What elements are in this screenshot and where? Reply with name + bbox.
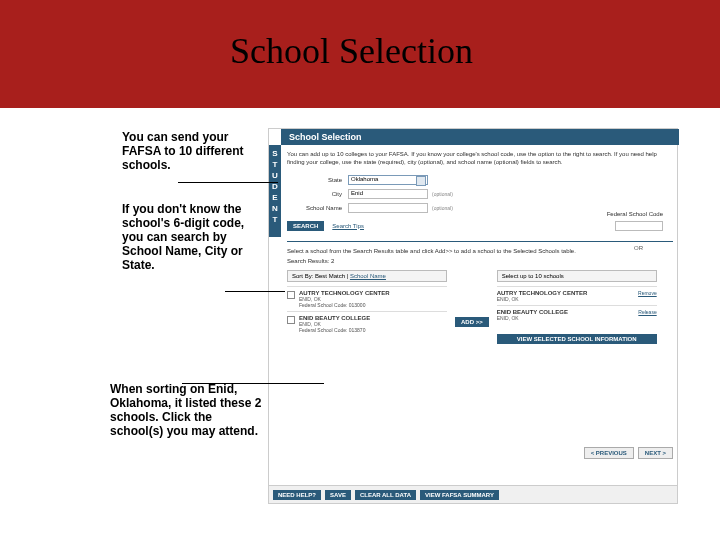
release-link-2[interactable]: Release	[638, 309, 656, 315]
search-result-2[interactable]: ENID BEAUTY COLLEGE ENID, OK Federal Sch…	[287, 311, 447, 336]
city-row: City Enid (optional)	[287, 189, 673, 199]
save-button[interactable]: SAVE	[325, 490, 351, 500]
search-tips-link[interactable]: Search Tips	[332, 223, 364, 229]
selected-school-1: AUTRY TECHNOLOGY CENTER ENID, OK Remove	[497, 286, 657, 305]
or-text: OR	[634, 245, 643, 251]
search-results-col: Sort By: Best Match | School Name AUTRY …	[287, 270, 447, 344]
fafsa-screenshot: STUDENT School Selection You can add up …	[268, 128, 678, 504]
fed-code-input[interactable]	[615, 221, 663, 231]
previous-button[interactable]: < PREVIOUS	[584, 447, 634, 459]
next-button[interactable]: NEXT >	[638, 447, 673, 459]
sort-schoolname-link[interactable]: School Name	[350, 273, 386, 279]
annotation-1: You can send your FAFSA to 10 different …	[122, 130, 262, 172]
middle-col: ADD >>	[455, 270, 489, 344]
annotations-block: You can send your FAFSA to 10 different …	[122, 130, 262, 347]
schoolname-optional: (optional)	[432, 205, 453, 211]
divider	[287, 241, 673, 242]
title-banner: School Selection	[0, 0, 720, 108]
state-select[interactable]: Oklahoma	[348, 175, 428, 185]
sub-intro: Select a school from the Search Results …	[287, 248, 673, 254]
callout-line-3	[182, 383, 324, 384]
city-label: City	[287, 191, 342, 197]
callout-line-2	[225, 291, 285, 292]
search-button[interactable]: SEARCH	[287, 221, 324, 231]
annotation-3: When sorting on Enid, Oklahoma, it liste…	[110, 382, 265, 438]
fed-code-label: Federal School Code	[607, 211, 663, 217]
screenshot-body: You can add up to 10 colleges to your FA…	[281, 145, 679, 485]
results-columns: Sort By: Best Match | School Name AUTRY …	[287, 270, 673, 344]
intro-text: You can add up to 10 colleges to your FA…	[287, 151, 673, 167]
student-side-tab[interactable]: STUDENT	[269, 145, 281, 237]
city-optional: (optional)	[432, 191, 453, 197]
checkbox-icon[interactable]	[287, 316, 295, 324]
bottom-toolbar: NEED HELP? SAVE CLEAR ALL DATA VIEW FAFS…	[269, 485, 677, 503]
city-input[interactable]: Enid	[348, 189, 428, 199]
clear-button[interactable]: CLEAR ALL DATA	[355, 490, 416, 500]
schoolname-label: School Name	[287, 205, 342, 211]
checkbox-icon[interactable]	[287, 291, 295, 299]
slide-title: School Selection	[230, 30, 473, 72]
screenshot-header: School Selection	[281, 129, 679, 145]
callout-line-1	[178, 182, 278, 183]
selected-schools-col: Select up to 10 schools AUTRY TECHNOLOGY…	[497, 270, 657, 344]
add-button[interactable]: ADD >>	[455, 317, 489, 327]
schoolname-input[interactable]	[348, 203, 428, 213]
view-summary-button[interactable]: VIEW FAFSA SUMMARY	[420, 490, 499, 500]
state-row: State Oklahoma	[287, 175, 673, 185]
state-label: State	[287, 177, 342, 183]
need-help-button[interactable]: NEED HELP?	[273, 490, 321, 500]
annotation-2: If you don't know the school's 6-digit c…	[122, 202, 262, 272]
sort-header: Sort By: Best Match | School Name	[287, 270, 447, 282]
results-count-row: Search Results: 2	[287, 258, 673, 264]
nav-buttons: < PREVIOUS NEXT >	[584, 447, 673, 459]
selected-header: Select up to 10 schools	[497, 270, 657, 282]
search-result-1[interactable]: AUTRY TECHNOLOGY CENTER ENID, OK Federal…	[287, 286, 447, 311]
view-selected-button[interactable]: VIEW SELECTED SCHOOL INFORMATION	[497, 334, 657, 344]
remove-link-1[interactable]: Remove	[638, 290, 657, 296]
selected-school-2: ENID BEAUTY COLLEGE ENID, OK Release	[497, 305, 657, 324]
